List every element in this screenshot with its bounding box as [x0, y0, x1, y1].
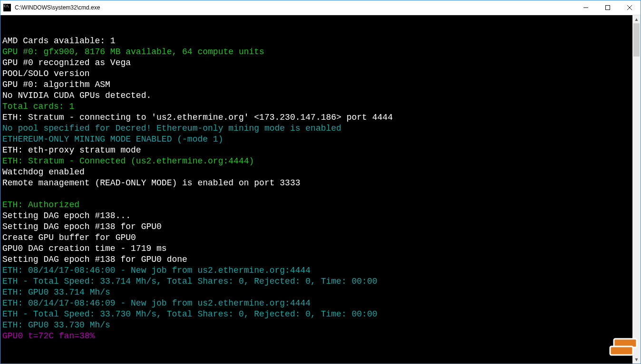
maximize-icon [605, 5, 610, 10]
terminal-line: GPU #0: algorithm ASM [2, 79, 631, 90]
terminal-line: Total cards: 1 [2, 101, 631, 112]
terminal-line: GPU #0 recognized as Vega [2, 57, 631, 68]
scroll-up-arrow-icon[interactable]: ▲ [632, 15, 641, 23]
terminal-line: GPU #0: gfx900, 8176 MB available, 64 co… [2, 47, 631, 57]
terminal-line: ETH: Stratum - Connected (us2.ethermine.… [2, 156, 631, 167]
scroll-down-arrow-icon[interactable]: ▼ [632, 355, 641, 364]
client-area: AMD Cards available: 1GPU #0: gfx900, 81… [0, 15, 641, 364]
cmd-window: C:\WINDOWS\system32\cmd.exe AMD Cards av… [0, 0, 641, 364]
terminal-line: GPU0 DAG creation time - 1719 ms [2, 243, 631, 254]
window-title: C:\WINDOWS\system32\cmd.exe [15, 4, 575, 11]
terminal-line: ETH: 08/14/17-08:46:00 - New job from us… [2, 265, 631, 276]
terminal-line [2, 189, 631, 200]
terminal-output[interactable]: AMD Cards available: 1GPU #0: gfx900, 81… [0, 15, 632, 364]
titlebar[interactable]: C:\WINDOWS\system32\cmd.exe [0, 0, 641, 15]
terminal-line: ETH: Authorized [2, 200, 631, 211]
terminal-line: Setting DAG epoch #138... [2, 211, 631, 221]
terminal-line: ETH: eth-proxy stratum mode [2, 145, 631, 156]
vertical-scrollbar[interactable]: ▲ ▼ [632, 15, 641, 364]
minimize-icon [583, 5, 588, 10]
terminal-line: Setting DAG epoch #138 for GPU0 done [2, 254, 631, 265]
window-controls [575, 0, 641, 15]
terminal-line: ETH: Stratum - connecting to 'us2.etherm… [2, 112, 631, 123]
terminal-line: Setting DAG epoch #138 for GPU0 [2, 221, 631, 232]
close-icon [627, 5, 632, 10]
minimize-button[interactable] [575, 0, 597, 15]
terminal-line: ETH: 08/14/17-08:46:09 - New job from us… [2, 298, 631, 309]
close-button[interactable] [619, 0, 641, 15]
cmd-icon [3, 4, 11, 11]
terminal-line: Watchdog enabled [2, 167, 631, 178]
terminal-line [2, 25, 631, 36]
terminal-line: ETH: GPU0 33.730 Mh/s [2, 320, 631, 331]
scroll-thumb[interactable] [633, 23, 640, 57]
terminal-line: Create GPU buffer for GPU0 [2, 232, 631, 243]
svg-rect-1 [606, 6, 610, 10]
terminal-line: ETH - Total Speed: 33.714 Mh/s, Total Sh… [2, 276, 631, 287]
terminal-line: Remote management (READ-ONLY MODE) is en… [2, 178, 631, 189]
terminal-line: No pool specified for Decred! Ethereum-o… [2, 123, 631, 134]
terminal-line: ETHEREUM-ONLY MINING MODE ENABLED (-mode… [2, 134, 631, 145]
terminal-line: GPU0 t=72C fan=38% [2, 331, 631, 342]
terminal-line: POOL/SOLO version [2, 68, 631, 79]
terminal-line: No NVIDIA CUDA GPUs detected. [2, 90, 631, 101]
terminal-line: AMD Cards available: 1 [2, 36, 631, 47]
terminal-line: ETH - Total Speed: 33.730 Mh/s, Total Sh… [2, 309, 631, 320]
maximize-button[interactable] [597, 0, 619, 15]
terminal-line: ETH: GPU0 33.714 Mh/s [2, 287, 631, 298]
